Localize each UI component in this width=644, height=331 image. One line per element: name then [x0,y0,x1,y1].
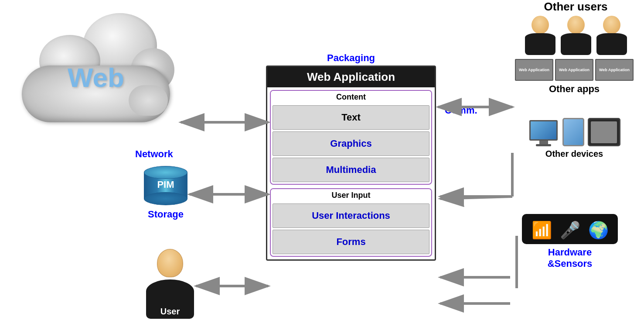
app-box-2: Web Application [555,59,593,81]
app-box-1: Web Application [515,59,553,81]
hardware-sensors: 📶 🎤 🌍 Hardware &Sensors [522,214,618,270]
mic-icon: 🎤 [560,221,580,240]
pim-label: PIM [144,179,187,190]
other-apps: Web Application Web Application Web Appl… [509,59,640,95]
userinput-section: User Input User Interactions Forms [270,188,432,257]
other-apps-label: Other apps [509,83,640,95]
other-users: Other users [508,0,644,59]
cloud-web-label: Web [68,62,124,93]
hardware-box: 📶 🎤 🌍 [522,214,618,244]
forms-block: Forms [273,230,429,254]
userinput-header: User Input [271,189,431,202]
storage-label: Storage [148,209,184,220]
other-devices-label: Other devices [545,149,603,159]
app-boxes-row: Web Application Web Application Web Appl… [509,59,640,81]
content-header: Content [271,91,431,103]
wifi-icon: 📶 [532,221,552,240]
hardware-label: Hardware &Sensors [522,247,618,270]
globe-icon: 🌍 [588,221,609,240]
comm-label: Comm. [445,105,477,116]
content-section: Content Text Graphics Multimedia [270,90,432,185]
graphics-block: Graphics [273,131,429,156]
packaging-label: Packaging [266,52,436,64]
pim-storage: PIM Storage [144,166,187,220]
device-monitor [528,120,559,146]
interactions-block: User Interactions [273,203,429,228]
svg-line-12 [440,197,512,199]
user-icon-1 [523,16,558,55]
text-block: Text [273,105,429,130]
devices-row [528,118,620,146]
webapp-box: Web Application Content Text Graphics Mu… [266,66,436,261]
device-tablet [562,118,584,146]
user-figure: User [144,249,196,319]
user-icon-3 [594,16,629,55]
webapp-container: Packaging Web Application Content Text G… [266,52,436,261]
cloud-diagram: Web [13,26,179,122]
multimedia-block: Multimedia [273,158,429,182]
user-icon-2 [559,16,593,55]
user-label: User [160,307,180,317]
app-box-3: Web Application [595,59,634,81]
other-users-title: Other users [508,0,644,14]
other-devices: Other devices [509,118,640,159]
webapp-title: Web Application [267,67,435,87]
network-label: Network [135,148,173,160]
users-row [508,16,644,55]
device-tv [588,118,620,146]
